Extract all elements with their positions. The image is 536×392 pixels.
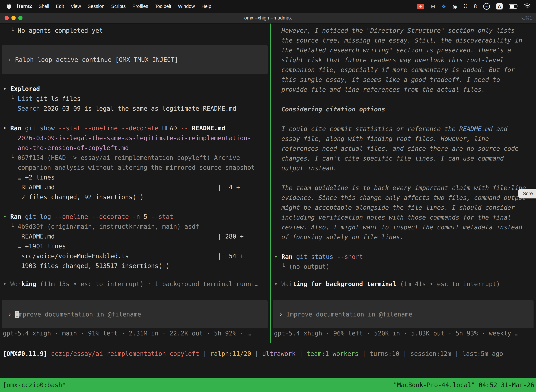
percentage-badge-icon[interactable]: .61 [483, 3, 490, 10]
text-segment: --short [337, 253, 363, 260]
screen-recording-indicator-icon[interactable] [417, 4, 424, 9]
omx-status-area: [OMX#0.11.9] cczip/essay/ai-reimplementa… [0, 343, 536, 378]
text-segment: | [296, 350, 307, 357]
terminal-line: slight risk that future readers may over… [271, 55, 536, 65]
terminal-line: README.md | 280 + [0, 232, 270, 241]
text-segment: README.md | 280 + [3, 233, 244, 240]
apple-menu-icon[interactable] [6, 3, 12, 9]
terminal-line: including verification notes with those … [271, 213, 536, 222]
text-segment: and [493, 125, 507, 132]
text-segment: changes, I can't cite specific file line… [274, 155, 504, 162]
screen-edge-overlay-button[interactable]: Scre [518, 189, 536, 198]
terminal-line: references need actual files, and since … [271, 144, 536, 154]
text-segment: | [399, 350, 411, 357]
text-segment [21, 213, 25, 220]
text-segment: Ran [281, 253, 292, 260]
tmux-status-bar: [omx-cczip0:bash* "MacBook-Pro-44.local"… [0, 378, 536, 392]
zoom-button[interactable] [18, 16, 23, 20]
dots-grid-icon[interactable]: ⠿ [463, 3, 467, 9]
text-segment: Wor [10, 280, 21, 288]
text-segment: └ [274, 263, 289, 270]
text-segment: cczip/essay/ai-reimplementation-copyleft [51, 350, 199, 357]
terminal-line: The team guideline is to back every impo… [271, 183, 536, 193]
window-title: omx --xhigh --madmax [0, 15, 536, 21]
text-segment: --stat [151, 213, 173, 220]
text-segment [51, 213, 55, 220]
terminal-pane-left[interactable]: └ No agents completed yet› Ralph loop ac… [0, 23, 270, 343]
menu-item-toolbelt[interactable]: Toolbelt [152, 4, 175, 9]
text-segment: (no output) [289, 263, 330, 270]
menu-item-view[interactable]: View [67, 4, 84, 9]
text-segment: … +1901 lines [3, 243, 66, 250]
text-segment: references need actual files, and since … [274, 145, 519, 152]
text-segment: --stat --oneline --decorate [58, 125, 158, 132]
text-segment [3, 105, 18, 112]
text-segment: The team guideline is to back every impo… [274, 184, 526, 191]
text-segment: provide file and line references from th… [274, 86, 485, 93]
text-segment: README.md [192, 125, 225, 132]
text-segment: [OMX#0.11.9] [3, 350, 47, 357]
text-segment: › [8, 311, 15, 318]
text-segment: I could cite commit statistics or refere… [274, 125, 459, 132]
wifi-icon[interactable] [524, 3, 531, 10]
close-button[interactable] [5, 16, 9, 20]
text-segment: Ran [10, 213, 21, 220]
terminal-pane-right[interactable]: However, I noticed the "Directory Struct… [271, 23, 536, 343]
text-segment: • [3, 85, 10, 92]
text-segment: … +2 lines [3, 174, 55, 181]
menu-item-iterm2[interactable]: iTerm2 [13, 4, 35, 9]
menu-item-scripts[interactable]: Scripts [108, 4, 129, 9]
terminal-line: companion file, especially if more comme… [271, 65, 536, 75]
text-segment: └ [3, 95, 18, 102]
menu-item-help[interactable]: Help [198, 4, 215, 9]
menubar-status-icons: ⊞ ❖ ◉ ⠿ 8 .61 A [417, 3, 531, 10]
text-segment: of focusing solely on file lines. [274, 233, 404, 241]
terminal-line: • Ran git status --short [271, 252, 536, 262]
terminal-line [0, 202, 270, 212]
blue-app-icon[interactable]: ❖ [441, 3, 446, 9]
text-segment: evidence. Since this change only affects… [274, 194, 526, 201]
text-segment: ralph:11/20 [210, 350, 251, 357]
input-source-icon[interactable]: A [496, 3, 502, 9]
window-grid-icon[interactable]: ⊞ [431, 3, 435, 9]
menu-item-shell[interactable]: Shell [35, 4, 53, 9]
text-segment: Ralph loop active continue [OMX_TMUX_INJ… [15, 56, 178, 63]
text-segment: • [274, 253, 281, 260]
menu-item-window[interactable]: Window [175, 4, 198, 9]
record-dot-icon [419, 5, 422, 8]
terminal-line: evidence. Since this change only affects… [271, 193, 536, 203]
terminal-line: › Improve documentation in @filename [273, 309, 412, 319]
loop-app-icon[interactable]: 8 [474, 3, 477, 9]
window-title-bar[interactable]: omx --xhigh --madmax ⌥⌘1 [0, 13, 536, 23]
text-segment: src/voice/voiceModeEnabled.ts | 54 + [3, 252, 244, 260]
dark-app-icon[interactable]: ◉ [452, 3, 457, 9]
terminal-line [271, 173, 536, 183]
menu-item-edit[interactable]: Edit [53, 4, 67, 9]
text-segment: • [3, 280, 10, 288]
macos-screen: iTerm2 ShellEditViewSessionScriptsProfil… [0, 0, 536, 392]
text-segment: No agents completed yet [18, 27, 103, 34]
terminal-line: › Ralph loop active continue [OMX_TMUX_I… [2, 55, 178, 65]
text-segment [21, 125, 25, 132]
text-segment: git log [25, 213, 51, 220]
text-segment: | [251, 350, 262, 357]
text-segment: 2 files changed, 92 insertions(+) [3, 194, 144, 201]
text-segment: gpt-5.4 xhigh · main · 91% left · 2.31M … [3, 330, 251, 337]
prompt-input-right[interactable]: › Improve documentation in @filename [273, 300, 534, 328]
text-segment: └ [3, 223, 18, 230]
tmux-host-clock: "MacBook-Pro-44.local" 04:52 31-Mar-26 [393, 382, 534, 388]
text-segment: companion file, especially if more comme… [274, 66, 515, 73]
model-status-line: gpt-5.4 xhigh · main · 91% left · 2.31M … [0, 328, 270, 338]
menu-item-profiles[interactable]: Profiles [129, 4, 152, 9]
terminal-line: essay file, along with finding root file… [271, 134, 536, 144]
terminal-line: … +2 lines [0, 173, 270, 182]
menu-item-session[interactable]: Session [84, 4, 108, 9]
battery-icon[interactable] [509, 4, 517, 9]
text-segment: turns:10 [370, 350, 399, 357]
terminal-line: 1903 files changed, 513517 insertions(+) [0, 261, 270, 271]
minimize-button[interactable] [11, 16, 16, 20]
terminal-line: └ No agents completed yet [0, 26, 270, 36]
prompt-input-left[interactable]: › Improve documentation in @filename [2, 300, 268, 328]
text-segment: List [18, 95, 32, 102]
omx-status-lines: [OMX#0.11.9] cczip/essay/ai-reimplementa… [0, 349, 536, 359]
